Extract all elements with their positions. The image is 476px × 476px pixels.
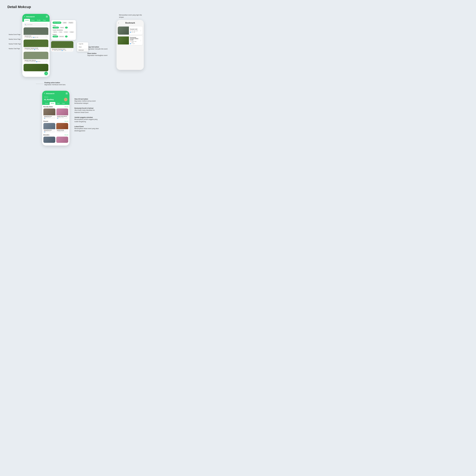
event-bottom-1: Tsunami Aceh 📍 Aceh Jaya, Aceh 👥 291 / 3… — [24, 35, 48, 38]
chip-edukasi[interactable]: Edukasi — [52, 35, 58, 37]
left-phones-area: Navbar Event Page Navbar Home Page Navba… — [7, 14, 107, 77]
phone-body: 🔍 Cari Event ⋮ Tsunami Aceh — [22, 22, 50, 77]
home-body: Recently Added View All Gempa Bumi Aceh — [42, 105, 69, 146]
fab-title: Floating action button — [44, 82, 66, 84]
search-more-icon[interactable]: ⋮ — [46, 24, 47, 25]
copy-link-annotation: Copy link button Digunakan menyalin link… — [87, 46, 107, 50]
home-tab-chat[interactable]: Chat — [61, 102, 66, 105]
more-btn-1[interactable]: ⋮ — [45, 35, 47, 38]
more-btn-menu[interactable]: ⋮ — [70, 49, 72, 51]
members-desc: Menampilkan jumlah anggota yang sudah be… — [74, 118, 99, 123]
bookmark-more-1[interactable]: ⋮ — [140, 29, 143, 32]
chip-surabaya[interactable]: Surabaya — [52, 27, 59, 29]
brand-logo: ↖ Volusearch — [24, 16, 34, 17]
filter-terakhir: Terakhir ditambahkan Hari ini 7 Hari 14 … — [52, 30, 74, 33]
bookmark-members-1: 👥 291 / 300 — [130, 32, 138, 33]
recently-scroll[interactable]: Gempa Bumi Aceh 📍 Aceh Jaya, Aceh 👥 1 — [43, 108, 68, 119]
edu-img-1 — [43, 136, 55, 143]
edu-card-2[interactable] — [56, 136, 68, 143]
chip-1-bulan[interactable]: 1 Bulan — [69, 31, 74, 33]
context-share[interactable]: Share — [77, 46, 88, 49]
chip-bencana[interactable]: Bencana — [59, 35, 65, 37]
event-card-1[interactable]: Tsunami Aceh 📍 Aceh Jaya, Aceh 👥 291 / 3… — [24, 27, 48, 38]
edu-card-1[interactable] — [43, 136, 55, 143]
chip-14-hari[interactable]: 14 Hari — [63, 31, 68, 33]
home-tab-home[interactable]: Home — [50, 102, 55, 105]
tab-home[interactable]: Home — [30, 19, 36, 22]
bookmark-img-1 — [118, 27, 129, 34]
recently-loc-1: 📍 Aceh Jaya, Aceh — [44, 117, 55, 118]
chip-7-hari[interactable]: 7 Hari — [58, 31, 63, 33]
copy-link-title: Copy link button — [87, 46, 107, 48]
fab-desc: Digunakan membuat event baru — [44, 84, 66, 86]
hamburger-menu[interactable] — [46, 16, 48, 17]
filter-dropdown: Most member Latest Popular Lokasi Suraba… — [51, 20, 76, 40]
home-tab-event[interactable]: Event — [44, 102, 50, 105]
location-icon-1: 📍 — [25, 37, 26, 38]
disaster-card-1[interactable]: Gempa Bumi Aceh 📍 Aceh Jaya, Aceh 👥 50 — [43, 123, 55, 133]
disaster-info-1: Gempa Bumi Aceh 📍 Aceh Jaya, Aceh 👥 50 — [43, 129, 55, 133]
home-brand-logo: ↖ Volusearch — [44, 92, 54, 94]
education-view-all[interactable]: View All — [65, 134, 68, 136]
bookmark-members-2: 👥 70 / 100 — [130, 43, 138, 44]
bookmark-body: Tsunami Aceh 📍 Aceh Jaya, Aceh 👥 291 / 3… — [117, 25, 144, 70]
tab-profile[interactable]: Profile — [36, 19, 42, 22]
tab-chat[interactable]: Chat — [42, 19, 47, 22]
tab-event[interactable]: Event — [24, 19, 30, 22]
svg-rect-1 — [118, 27, 129, 34]
bookmark-more-2[interactable]: ⋮ — [140, 39, 143, 42]
more-btn-3[interactable]: ⋮ — [45, 60, 47, 62]
recently-name-2: Sekolah Gratis Wamena — [57, 116, 68, 117]
chip-hari-ini[interactable]: Hari ini — [52, 31, 58, 33]
more-btn-2[interactable]: ⋮ — [45, 48, 47, 50]
bookmark-header: ‹ Bookmark — [117, 20, 144, 25]
event-bottom-menu: Penanaman Tanaman Gresi... 📍 Gresik, Jaw… — [51, 48, 73, 52]
recently-header: Recently Added View All — [43, 106, 68, 107]
chip-add-lokasi[interactable]: + — [65, 27, 68, 29]
disaster-members-1: 👥 50 — [44, 131, 55, 132]
disaster-header: Disaster View All — [43, 121, 68, 122]
home-tab-profil[interactable]: Profil — [55, 102, 61, 105]
filter-kategori-label: Kategori — [52, 34, 74, 35]
disaster-card-2[interactable]: Letusan Gunung 📍 Magelang, Jawa T — [56, 123, 68, 133]
fab-button[interactable]: + — [44, 72, 48, 75]
event-card-2[interactable]: Penanaman Tanaman Gresik 📍 Gresik, Jawa … — [24, 39, 48, 51]
recently-title: Recently Added — [43, 106, 53, 107]
disaster-name-1: Gempa Bumi Aceh — [44, 130, 55, 131]
recently-card-2[interactable]: Sekolah Gratis Wamena 📍 Wamena, Papua 👥 … — [56, 108, 68, 119]
disaster-view-all[interactable]: View All — [65, 121, 68, 122]
back-button[interactable]: ‹ — [118, 22, 119, 24]
navbar-event-label: Navbar Event Page — [9, 34, 21, 35]
education-section: Education View All — [43, 134, 68, 143]
members-menu: 👥 70 / 100 — [62, 50, 66, 51]
home-hamburger[interactable] — [66, 93, 68, 94]
context-copy-link[interactable]: Copy link — [77, 42, 88, 46]
search-bar[interactable]: 🔍 Cari Event ⋮ — [24, 23, 48, 26]
fab-annotation-block: Floating action button Digunakan membuat… — [44, 82, 66, 86]
bookmark-card-2[interactable]: Penanaman Tanaman Bakau Gresik 📍 Gresik,… — [118, 36, 143, 45]
filter-tabs: Most member Latest Popular — [52, 22, 74, 24]
event-meta-2: 📍 Gresik, Jawa Timur 👥 70 / 100 — [25, 49, 38, 50]
recently-card-1[interactable]: Gempa Bumi Aceh 📍 Aceh Jaya, Aceh 👥 1 — [43, 108, 55, 119]
context-bookmark[interactable]: Bookmark — [77, 49, 88, 51]
event-card-menu[interactable]: Penanaman Tanaman Gresi... 📍 Gresik, Jaw… — [51, 41, 73, 52]
disaster-grid: Gempa Bumi Aceh 📍 Aceh Jaya, Aceh 👥 50 — [43, 123, 68, 133]
event-name-1: Tsunami Aceh — [25, 35, 38, 36]
location-desc: Menampilkan lokasi event yang akan disel… — [74, 127, 99, 132]
disaster-loc-1: 📍 Aceh Jaya, Aceh — [44, 131, 55, 131]
filter-tab-most-member[interactable]: Most member — [52, 22, 61, 24]
filter-terakhir-label: Terakhir ditambahkan — [52, 30, 74, 31]
event-bottom-2: Penanaman Tanaman Gresik 📍 Gresik, Jawa … — [24, 47, 48, 51]
event-card-3[interactable]: Sekolah Gratis Wamena 📍 Wamena, Sumatra … — [24, 52, 48, 63]
disaster-name-2: Letusan Gunung — [57, 130, 68, 131]
chip-jakarta[interactable]: Jakarta — [59, 27, 65, 29]
location-annotation: Lokasi Event Menampilkan lokasi event ya… — [74, 126, 99, 132]
bookmark-card-1[interactable]: Tsunami Aceh 📍 Aceh Jaya, Aceh 👥 291 / 3… — [118, 27, 143, 34]
event-card-4[interactable] — [24, 64, 48, 71]
recently-view-all[interactable]: View All — [65, 106, 68, 107]
filter-tab-popular[interactable]: Popular — [68, 22, 74, 24]
filter-tab-latest[interactable]: Latest — [62, 22, 67, 24]
bookmark-meta-1: 📍 Aceh Jaya, Aceh — [130, 30, 138, 31]
chip-add-kategori[interactable]: + — [65, 35, 68, 37]
page-title: Detail Mokcup — [7, 5, 144, 9]
